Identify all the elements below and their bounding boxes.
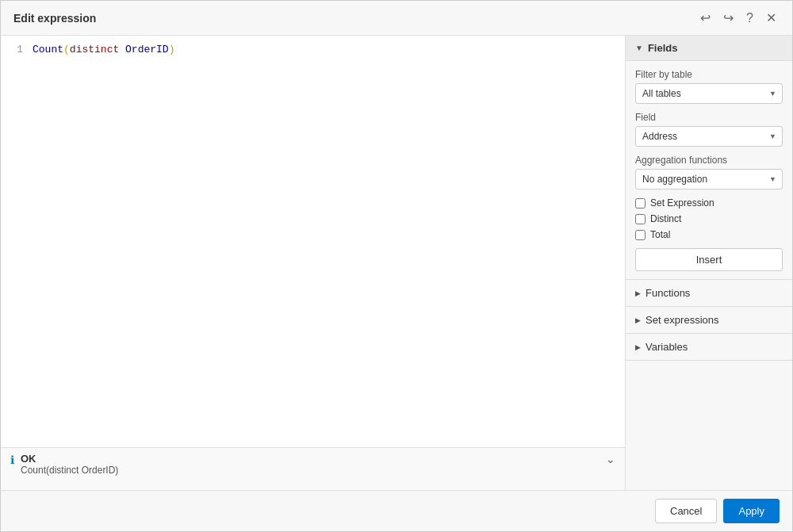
set-expression-row: Set Expression [635, 197, 783, 209]
dialog-title: Edit expression [13, 12, 96, 25]
total-row: Total [635, 229, 783, 240]
code-editor[interactable]: 1 Count(distinct OrderID) [1, 36, 625, 447]
set-expression-checkbox[interactable] [635, 198, 646, 209]
set-expressions-label: Set expressions [646, 314, 719, 326]
aggregation-label: Aggregation functions [635, 155, 783, 166]
aggregation-select-wrapper: No aggregation Sum Count Avg [635, 169, 783, 189]
code-open-paren: ( [63, 44, 70, 55]
editor-pane: 1 Count(distinct OrderID) ℹ OK Count(dis… [1, 36, 626, 490]
status-info-icon: ℹ [10, 454, 14, 466]
functions-label: Functions [646, 287, 690, 299]
close-button[interactable]: ✕ [763, 9, 780, 27]
field-select[interactable]: Address OrderID CustomerID [635, 126, 783, 147]
set-expressions-header[interactable]: ▶ Set expressions [626, 307, 792, 333]
fields-section-label: Fields [648, 42, 678, 54]
functions-triangle-icon: ▶ [635, 289, 641, 297]
code-close-paren: ) [169, 44, 175, 55]
functions-section: ▶ Functions [626, 280, 792, 307]
filter-by-table-label: Filter by table [635, 69, 783, 80]
redo-button[interactable]: ↪ [720, 9, 737, 27]
variables-section: ▶ Variables [626, 334, 792, 361]
dialog-header: Edit expression ↩ ↪ ? ✕ [1, 1, 792, 36]
fields-section-content: Filter by table All tables Table1 Table2… [626, 61, 792, 280]
code-function-name: Count [33, 44, 63, 55]
distinct-label[interactable]: Distinct [650, 213, 681, 224]
help-button[interactable]: ? [743, 10, 757, 27]
fields-section-header[interactable]: ▼ Fields [626, 36, 792, 61]
right-pane: ▼ Fields Filter by table All tables Tabl… [626, 36, 792, 490]
filter-by-table-select[interactable]: All tables Table1 Table2 [635, 83, 783, 104]
set-expressions-triangle-icon: ▶ [635, 316, 641, 324]
status-chevron-icon[interactable]: ⌄ [606, 453, 615, 465]
line-number: 1 [7, 42, 23, 59]
status-text-block: OK Count(distinct OrderID) [21, 453, 600, 476]
field-label: Field [635, 112, 783, 123]
edit-expression-dialog: Edit expression ↩ ↪ ? ✕ 1 Count(d [0, 0, 793, 532]
field-select-wrapper: Address OrderID CustomerID [635, 126, 783, 147]
undo-button[interactable]: ↩ [697, 9, 714, 27]
distinct-checkbox[interactable] [635, 214, 646, 224]
code-content: Count(distinct OrderID) [33, 42, 174, 59]
code-keyword: distinct [70, 44, 119, 55]
functions-header[interactable]: ▶ Functions [626, 280, 792, 306]
filter-by-table-wrapper: All tables Table1 Table2 [635, 83, 783, 104]
total-label[interactable]: Total [650, 229, 670, 240]
variables-header[interactable]: ▶ Variables [626, 334, 792, 360]
fields-chevron-icon: ▼ [635, 44, 643, 52]
cancel-button[interactable]: Cancel [655, 499, 717, 523]
status-expression: Count(distinct OrderID) [21, 465, 600, 476]
header-actions: ↩ ↪ ? ✕ [697, 9, 780, 27]
apply-button[interactable]: Apply [723, 499, 780, 523]
set-expression-label[interactable]: Set Expression [650, 197, 714, 209]
code-field: OrderID [125, 44, 169, 55]
aggregation-select[interactable]: No aggregation Sum Count Avg [635, 169, 783, 189]
set-expressions-section: ▶ Set expressions [626, 307, 792, 334]
variables-label: Variables [646, 341, 688, 353]
insert-button[interactable]: Insert [635, 248, 783, 271]
distinct-row: Distinct [635, 213, 783, 224]
total-checkbox[interactable] [635, 230, 646, 240]
checkboxes-area: Set Expression Distinct Total [635, 197, 783, 240]
dialog-footer: Cancel Apply [1, 490, 792, 531]
status-bar: ℹ OK Count(distinct OrderID) ⌄ [1, 447, 625, 490]
status-ok-label: OK [21, 453, 600, 465]
dialog-body: 1 Count(distinct OrderID) ℹ OK Count(dis… [1, 36, 792, 490]
variables-triangle-icon: ▶ [635, 343, 641, 351]
